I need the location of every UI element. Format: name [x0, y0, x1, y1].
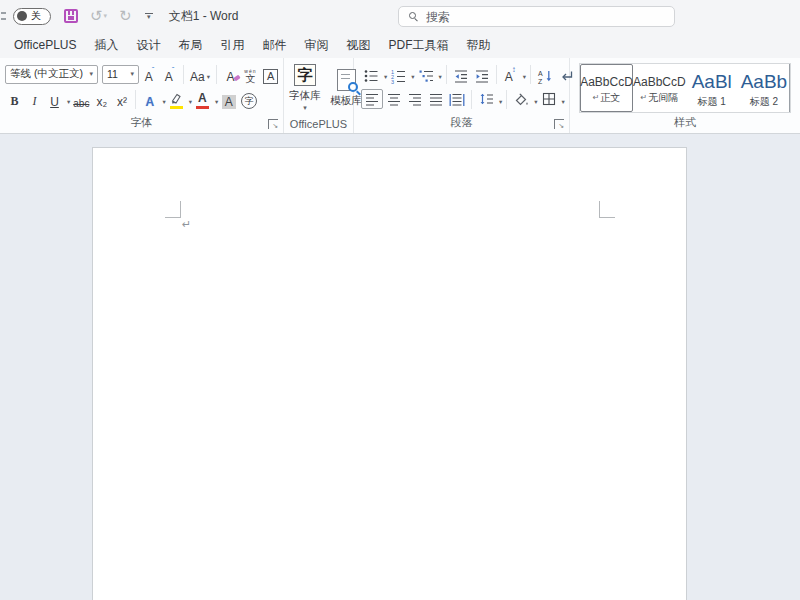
highlight-color-button[interactable]	[167, 89, 186, 109]
increase-indent-button[interactable]	[472, 64, 492, 84]
chevron-down-icon[interactable]: ▾	[215, 98, 218, 106]
bold-button[interactable]: B	[5, 89, 24, 109]
tab-help[interactable]: 帮助	[457, 32, 499, 58]
svg-text:3: 3	[391, 79, 394, 84]
chevron-down-icon: ▾	[303, 104, 307, 112]
asian-layout-button[interactable]: A↕	[501, 64, 520, 84]
separator	[135, 90, 136, 109]
template-library-icon	[337, 69, 356, 91]
undo-dropdown-icon[interactable]: ▾	[104, 12, 108, 20]
document-area: ↵	[0, 135, 800, 600]
clear-formatting-button[interactable]: A	[221, 64, 240, 84]
font-name-value: 等线 (中文正文)	[10, 67, 83, 81]
tab-officeplus[interactable]: OfficePLUS	[5, 32, 85, 58]
clipped-autosave-fragment	[1, 12, 6, 20]
tab-insert[interactable]: 插入	[85, 32, 127, 58]
chevron-down-icon[interactable]: ▾	[439, 73, 442, 81]
style-card-normal[interactable]: AaBbCcD ↵正文	[580, 64, 633, 112]
chevron-down-icon[interactable]: ▾	[523, 73, 526, 81]
separator	[496, 65, 497, 84]
change-case-button[interactable]: Aa▾	[188, 64, 212, 84]
font-size-combo[interactable]: 11 ▾	[102, 65, 139, 84]
align-right-button[interactable]	[405, 89, 425, 109]
undo-icon[interactable]: ↺	[90, 9, 103, 24]
numbering-button[interactable]: 123	[388, 64, 408, 84]
shrink-font-button[interactable]: Aˇ	[160, 64, 179, 84]
chevron-down-icon: ▾	[126, 70, 134, 78]
font-group: 等线 (中文正文) ▾ 11 ▾ Aˆ Aˇ Aa▾ A wén文 A B I …	[0, 58, 284, 133]
align-center-button[interactable]	[384, 89, 404, 109]
text-effects-button[interactable]: A	[140, 89, 159, 109]
style-card-heading1[interactable]: AaBl 标题 1	[686, 64, 738, 112]
chevron-down-icon[interactable]: ▾	[499, 98, 502, 106]
autosave-toggle[interactable]: 关	[13, 8, 51, 25]
svg-text:Z: Z	[538, 78, 543, 85]
chevron-down-icon[interactable]: ▾	[411, 73, 414, 81]
decrease-indent-button[interactable]	[451, 64, 471, 84]
chevron-down-icon[interactable]: ▾	[534, 98, 537, 106]
font-dialog-launcher-icon[interactable]: ↘	[268, 119, 278, 129]
chevron-down-icon: ▾	[207, 73, 210, 81]
style-card-heading2[interactable]: AaBb 标题 2	[738, 64, 790, 112]
search-input[interactable]	[426, 10, 626, 24]
window-title: 文档1 - Word	[169, 8, 239, 25]
tab-review[interactable]: 审阅	[295, 32, 337, 58]
separator	[530, 65, 531, 84]
search-box[interactable]	[398, 6, 675, 27]
separator	[216, 65, 217, 84]
chevron-down-icon[interactable]: ▾	[384, 73, 387, 81]
subscript-button[interactable]: x₂	[92, 89, 111, 109]
chevron-down-icon[interactable]: ▾	[67, 98, 70, 106]
tab-pdf-tools[interactable]: PDF工具箱	[379, 32, 457, 58]
character-border-button[interactable]: A	[261, 64, 280, 84]
distributed-button[interactable]	[447, 89, 467, 109]
separator	[446, 65, 447, 84]
font-library-button[interactable]: 字 字体库 ▾	[288, 64, 322, 112]
tab-layout[interactable]: 布局	[169, 32, 211, 58]
line-spacing-button[interactable]	[476, 89, 496, 109]
document-page[interactable]: ↵	[92, 147, 687, 600]
shading-button[interactable]	[511, 89, 531, 109]
decrease-indent-icon	[453, 68, 469, 84]
font-name-combo[interactable]: 等线 (中文正文) ▾	[5, 65, 98, 84]
return-mark-icon: ↵	[640, 93, 647, 102]
sort-button[interactable]: AZ	[535, 64, 555, 84]
multilevel-list-button[interactable]	[416, 64, 436, 84]
align-right-icon	[407, 91, 423, 107]
chevron-down-icon[interactable]: ▾	[562, 98, 565, 106]
superscript-button[interactable]: x²	[112, 89, 131, 109]
borders-grid-icon	[541, 91, 557, 107]
bullet-list-icon	[363, 68, 379, 84]
tab-design[interactable]: 设计	[127, 32, 169, 58]
grow-font-button[interactable]: Aˆ	[140, 64, 159, 84]
underline-button[interactable]: U	[45, 89, 64, 109]
margin-crop-mark-top-right	[599, 201, 615, 218]
font-color-button[interactable]: A	[193, 89, 212, 109]
tab-view[interactable]: 视图	[337, 32, 379, 58]
paragraph-group: ▾ 123 ▾ ▾ A↕ ▾ AZ	[354, 58, 570, 133]
align-left-icon	[364, 91, 380, 107]
paragraph-dialog-launcher-icon[interactable]: ↘	[554, 119, 564, 129]
phonetic-guide-button[interactable]: wén文	[241, 64, 260, 84]
multilevel-list-icon	[418, 68, 434, 84]
justify-button[interactable]	[426, 89, 446, 109]
align-left-button[interactable]	[361, 89, 383, 109]
borders-button[interactable]	[539, 89, 559, 109]
tab-mailings[interactable]: 邮件	[253, 32, 295, 58]
italic-button[interactable]: I	[25, 89, 44, 109]
margin-crop-mark-top-left	[165, 201, 181, 218]
style-card-no-spacing[interactable]: AaBbCcD ↵无间隔	[633, 64, 686, 112]
chevron-down-icon[interactable]: ▾	[162, 98, 165, 106]
sort-icon: AZ	[537, 68, 553, 84]
chevron-down-icon[interactable]: ▾	[189, 98, 192, 106]
font-size-value: 11	[107, 68, 118, 80]
customize-quick-access-toolbar-icon[interactable]: ▾	[145, 13, 153, 19]
enclose-characters-button[interactable]: 字	[239, 89, 259, 109]
redo-icon[interactable]: ↻	[119, 9, 132, 24]
strikethrough-button[interactable]: abc	[71, 89, 91, 109]
bullets-button[interactable]	[361, 64, 381, 84]
tab-references[interactable]: 引用	[211, 32, 253, 58]
paragraph-end-mark: ↵	[182, 219, 191, 230]
save-icon[interactable]	[64, 9, 78, 23]
character-shading-button[interactable]: A	[219, 89, 238, 109]
